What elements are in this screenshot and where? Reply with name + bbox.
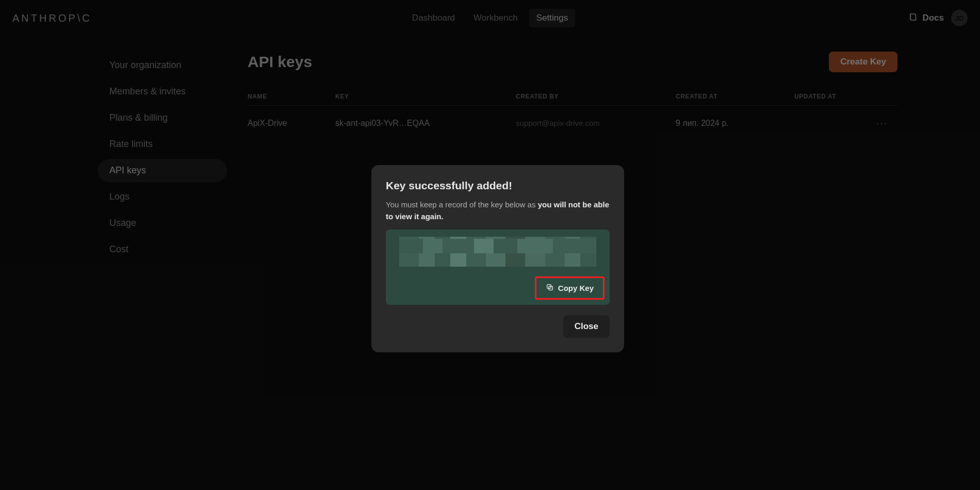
close-button[interactable]: Close [563,315,610,338]
copy-key-button[interactable]: Copy Key [535,276,605,300]
copy-row: Copy Key [386,271,610,305]
copy-key-label: Copy Key [558,284,594,292]
modal-actions: Close [386,315,610,338]
key-added-modal: Key successfully added! You must keep a … [371,165,624,352]
key-display-block: Copy Key [386,230,610,305]
key-value-obscured [399,237,596,267]
copy-icon [546,283,554,293]
modal-sub-pre: You must keep a record of the key below … [386,200,538,209]
modal-subtitle: You must keep a record of the key below … [386,199,610,222]
modal-title: Key successfully added! [386,179,610,192]
